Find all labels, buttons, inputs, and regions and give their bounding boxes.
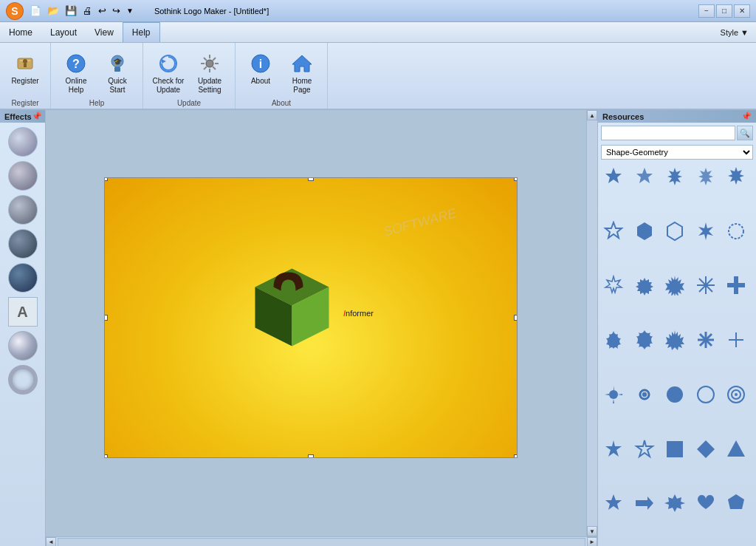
shape-pentagon-1[interactable]: [724, 491, 749, 516]
effects-title: Effects: [4, 112, 32, 121]
shape-badge-1[interactable]: [662, 491, 687, 516]
svg-rect-4: [24, 64, 27, 67]
handle-tl[interactable]: [104, 177, 108, 181]
redo-icon[interactable]: ↪: [112, 5, 120, 16]
effects-pin-icon[interactable]: 📌: [32, 112, 42, 121]
shape-hex-2[interactable]: [662, 219, 687, 244]
scroll-up-button[interactable]: ▲: [587, 110, 597, 120]
shape-cross-1[interactable]: [724, 273, 749, 298]
register-button[interactable]: Register: [6, 49, 44, 89]
shape-sunburst-1[interactable]: [601, 382, 626, 407]
customize-icon[interactable]: ▼: [126, 7, 134, 15]
shape-square-1[interactable]: [662, 437, 687, 462]
update-setting-icon: [198, 52, 221, 75]
shape-star-outline-1[interactable]: [601, 219, 626, 244]
check-update-label: Check for Update: [151, 77, 185, 95]
shape-diamond-1[interactable]: [693, 437, 718, 462]
online-help-button[interactable]: ? Online Help: [57, 49, 95, 98]
search-button[interactable]: 🔍: [737, 126, 753, 140]
svg-marker-21: [605, 168, 622, 183]
svg-marker-27: [637, 222, 652, 240]
effect-style-4[interactable]: [8, 229, 38, 259]
effect-ring[interactable]: [8, 365, 38, 395]
minimize-button[interactable]: −: [698, 4, 715, 18]
shape-gear-1[interactable]: [632, 273, 657, 298]
undo-icon[interactable]: ↩: [98, 5, 106, 16]
shape-circle-1[interactable]: [662, 382, 687, 407]
shape-asterisk-1[interactable]: [693, 327, 718, 352]
register-icon: [13, 52, 37, 75]
shape-starburst-1[interactable]: [662, 273, 687, 298]
open-icon[interactable]: 📂: [47, 5, 59, 16]
vertical-scrollbar[interactable]: ▲ ▼: [586, 110, 597, 536]
shape-6star-1[interactable]: [601, 164, 626, 189]
update-setting-label: Update Setting: [193, 77, 227, 95]
ribbon-group-items: ? Online Help 🎓 Quick Start: [57, 46, 137, 98]
effect-text-button[interactable]: A: [8, 297, 38, 327]
check-update-button[interactable]: Check for Update: [149, 49, 188, 98]
scroll-down-button[interactable]: ▼: [587, 526, 597, 536]
shape-heart-1[interactable]: [693, 491, 718, 516]
handle-ml[interactable]: [104, 315, 108, 321]
menu-help[interactable]: Help: [123, 22, 160, 42]
horizontal-scrollbar[interactable]: ◄ ►: [46, 536, 597, 546]
shape-star-12[interactable]: [662, 327, 687, 352]
style-dropdown[interactable]: Style ▼: [713, 22, 756, 42]
effect-style-5[interactable]: [8, 263, 38, 293]
shape-hex-1[interactable]: [632, 219, 657, 244]
svg-point-53: [735, 393, 738, 396]
shape-6star-2[interactable]: [632, 164, 657, 189]
shape-triangle-1[interactable]: [724, 437, 749, 462]
home-page-button[interactable]: Home Page: [283, 49, 321, 98]
shape-starburst-3[interactable]: [632, 327, 657, 352]
logo-canvas[interactable]: SOFTWARE: [104, 177, 518, 458]
shape-star-5-outline[interactable]: [632, 437, 657, 462]
save-icon[interactable]: 💾: [65, 5, 77, 16]
menu-view[interactable]: View: [86, 22, 123, 42]
ribbon-group-update: Check for Update Update Setting Update: [143, 43, 236, 109]
effect-style-1[interactable]: [8, 127, 38, 157]
handle-br[interactable]: [514, 454, 518, 458]
scroll-left-button[interactable]: ◄: [46, 537, 56, 547]
canvas-inner[interactable]: SOFTWARE: [46, 110, 575, 525]
svg-marker-28: [667, 222, 682, 240]
restore-button[interactable]: □: [716, 4, 732, 18]
scroll-right-button[interactable]: ►: [587, 537, 597, 547]
shape-target[interactable]: [724, 382, 749, 407]
handle-bm[interactable]: [308, 454, 314, 458]
effect-style-3[interactable]: [8, 195, 38, 225]
shape-sunburst-2[interactable]: [632, 382, 657, 407]
handle-tr[interactable]: [514, 177, 518, 181]
menu-home[interactable]: Home: [0, 22, 41, 42]
shape-star-5-1[interactable]: [601, 437, 626, 462]
about-button[interactable]: i About: [241, 49, 280, 89]
shape-plus-thin[interactable]: [724, 327, 749, 352]
quick-start-button[interactable]: 🎓 Quick Start: [98, 49, 137, 98]
update-setting-button[interactable]: Update Setting: [190, 49, 229, 98]
effect-sphere[interactable]: [8, 331, 38, 361]
handle-bl[interactable]: [104, 454, 108, 458]
shape-6star-3[interactable]: [662, 164, 687, 189]
close-button[interactable]: ✕: [734, 4, 750, 18]
resources-pin-icon[interactable]: 📌: [741, 112, 752, 121]
svg-rect-56: [667, 441, 683, 457]
shape-burst-1[interactable]: [724, 219, 749, 244]
shape-starburst-2[interactable]: [601, 327, 626, 352]
shape-circle-outline[interactable]: [693, 382, 718, 407]
shape-6star-4[interactable]: [693, 164, 718, 189]
shape-6star-5[interactable]: [724, 164, 749, 189]
shape-arrow-right[interactable]: [632, 491, 657, 516]
shape-star-5-2[interactable]: [601, 491, 626, 516]
shape-snowflake-1[interactable]: [693, 273, 718, 298]
handle-tm[interactable]: [308, 177, 314, 181]
shape-8star-1[interactable]: [693, 219, 718, 244]
effect-style-2[interactable]: [8, 161, 38, 191]
filter-select[interactable]: Shape-Geometry: [601, 145, 753, 160]
new-icon[interactable]: 📄: [30, 5, 41, 16]
quick-start-label: Quick Start: [100, 77, 134, 95]
menu-layout[interactable]: Layout: [41, 22, 86, 42]
search-input[interactable]: [601, 126, 735, 140]
shape-star-outline-2[interactable]: [601, 273, 626, 298]
handle-mr[interactable]: [514, 315, 518, 321]
print-icon[interactable]: 🖨: [83, 5, 92, 16]
